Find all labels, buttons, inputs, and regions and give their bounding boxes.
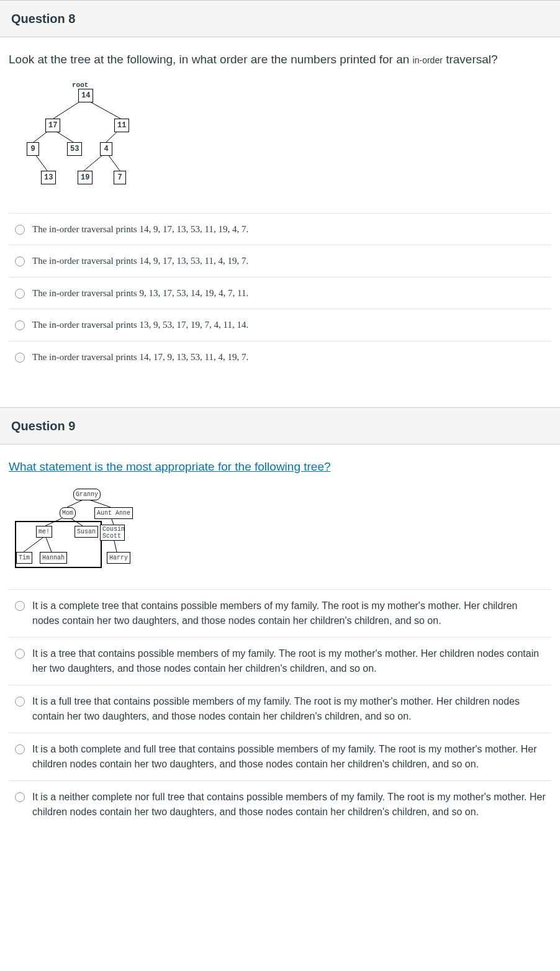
answer-option[interactable]: It is a both complete and full tree that… bbox=[9, 733, 551, 781]
answer-option[interactable]: The in-order traversal prints 14, 17, 9,… bbox=[9, 341, 551, 373]
node-tim: Tim bbox=[16, 552, 32, 564]
radio-icon[interactable] bbox=[15, 744, 25, 754]
answer-list: The in-order traversal prints 14, 9, 17,… bbox=[9, 213, 551, 373]
node-aunt: Aunt Anne bbox=[94, 507, 133, 519]
radio-icon[interactable] bbox=[15, 649, 25, 659]
radio-icon[interactable] bbox=[15, 792, 25, 802]
question-body: Look at the tree at the following, in wh… bbox=[0, 37, 560, 377]
answer-text: The in-order traversal prints 14, 9, 17,… bbox=[32, 222, 248, 237]
question-header: Question 8 bbox=[0, 1, 560, 37]
question-prompt: Look at the tree at the following, in wh… bbox=[9, 51, 551, 69]
prompt-link[interactable]: What statement is the most appropriate f… bbox=[9, 460, 331, 473]
answer-text: It is a complete tree that contains poss… bbox=[32, 598, 546, 628]
answer-option[interactable]: The in-order traversal prints 13, 9, 53,… bbox=[9, 309, 551, 341]
answer-option[interactable]: It is a tree that contains possible memb… bbox=[9, 638, 551, 685]
node-53: 53 bbox=[67, 142, 82, 156]
tree-figure: root 14 17 11 9 53 4 13 19 7 bbox=[11, 80, 549, 198]
answer-text: The in-order traversal prints 14, 9, 17,… bbox=[32, 254, 248, 268]
radio-icon[interactable] bbox=[15, 225, 25, 235]
answer-text: The in-order traversal prints 9, 13, 17,… bbox=[32, 286, 248, 300]
node-9: 9 bbox=[27, 142, 39, 156]
family-tree: Granny Mom Aunt Anne me! Susan Cousin Sc… bbox=[11, 487, 142, 574]
question-title: Question 8 bbox=[11, 9, 549, 28]
node-17: 17 bbox=[45, 119, 60, 132]
answer-text: The in-order traversal prints 13, 9, 53,… bbox=[32, 318, 248, 332]
answer-text: It is a neither complete nor full tree t… bbox=[32, 790, 546, 820]
question-9: Question 9 What statement is the most ap… bbox=[0, 407, 560, 833]
radio-icon[interactable] bbox=[15, 601, 25, 611]
answer-text: It is a tree that contains possible memb… bbox=[32, 646, 546, 676]
node-11: 11 bbox=[114, 119, 129, 132]
question-prompt: What statement is the most appropriate f… bbox=[9, 458, 551, 476]
question-8: Question 8 Look at the tree at the follo… bbox=[0, 0, 560, 377]
prompt-text-post: traversal? bbox=[443, 53, 498, 66]
node-cousin: Cousin Scott bbox=[100, 525, 125, 541]
answer-option[interactable]: It is a neither complete nor full tree t… bbox=[9, 781, 551, 828]
prompt-text-small: in-order bbox=[413, 55, 443, 65]
node-19: 19 bbox=[78, 171, 93, 184]
answer-text: The in-order traversal prints 14, 17, 9,… bbox=[32, 350, 248, 364]
node-granny: Granny bbox=[73, 489, 101, 500]
answer-option[interactable]: The in-order traversal prints 14, 9, 17,… bbox=[9, 245, 551, 278]
node-13: 13 bbox=[41, 171, 56, 184]
answer-option[interactable]: It is a complete tree that contains poss… bbox=[9, 590, 551, 638]
node-7: 7 bbox=[114, 171, 126, 184]
radio-icon[interactable] bbox=[15, 697, 25, 707]
node-susan: Susan bbox=[75, 526, 98, 538]
answer-option[interactable]: It is a full tree that contains possible… bbox=[9, 685, 551, 733]
question-title: Question 9 bbox=[11, 417, 549, 435]
radio-icon[interactable] bbox=[15, 353, 25, 363]
answer-option[interactable]: The in-order traversal prints 14, 9, 17,… bbox=[9, 214, 551, 246]
radio-icon[interactable] bbox=[15, 289, 25, 299]
tree-figure: Granny Mom Aunt Anne me! Susan Cousin Sc… bbox=[11, 487, 549, 574]
answer-list: It is a complete tree that contains poss… bbox=[9, 589, 551, 828]
question-body: What statement is the most appropriate f… bbox=[0, 445, 560, 833]
node-14: 14 bbox=[78, 89, 93, 102]
spacer bbox=[0, 377, 560, 407]
number-tree: root 14 17 11 9 53 4 13 19 7 bbox=[11, 80, 142, 198]
node-hannah: Hannah bbox=[40, 552, 67, 564]
answer-text: It is a both complete and full tree that… bbox=[32, 742, 546, 772]
question-header: Question 9 bbox=[0, 408, 560, 445]
node-mom: Mom bbox=[60, 507, 76, 519]
radio-icon[interactable] bbox=[15, 256, 25, 266]
answer-text: It is a full tree that contains possible… bbox=[32, 694, 546, 724]
answer-option[interactable]: The in-order traversal prints 9, 13, 17,… bbox=[9, 278, 551, 310]
prompt-text-pre: Look at the tree at the following, in wh… bbox=[9, 53, 413, 66]
radio-icon[interactable] bbox=[15, 320, 25, 330]
node-harry: Harry bbox=[107, 552, 130, 564]
node-me: me! bbox=[36, 526, 52, 538]
node-4: 4 bbox=[100, 142, 112, 156]
